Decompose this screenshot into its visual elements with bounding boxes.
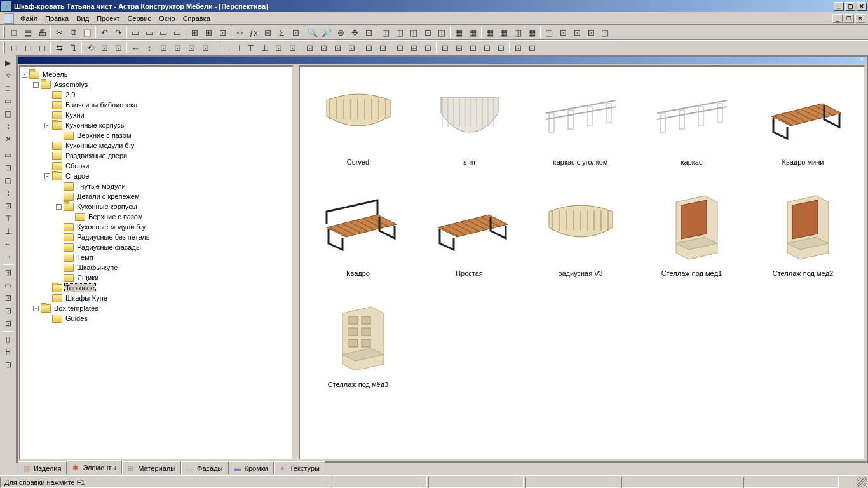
tree-node[interactable]: Сборки <box>22 161 291 171</box>
side-tool-button[interactable]: → <box>1 250 15 263</box>
toolbar-button[interactable]: 🖶 <box>35 25 49 39</box>
side-tool-button[interactable]: ▭ <box>1 149 15 161</box>
toolbar-button[interactable]: ⊡ <box>511 41 525 55</box>
tree-node[interactable]: Балясины библиотека <box>22 100 291 110</box>
toolbar-button[interactable]: ⇆ <box>52 41 66 55</box>
toolbar-button[interactable]: ƒx <box>247 25 261 39</box>
toolbar-button[interactable]: ⊡ <box>156 41 170 55</box>
panel-close-icon[interactable]: × <box>858 57 865 64</box>
toolbar-button[interactable]: ⊡ <box>302 41 316 55</box>
tree-node[interactable]: Кухонные модули б.у <box>22 140 291 151</box>
toolbar-button[interactable]: ⊡ <box>393 41 407 55</box>
tree-label[interactable]: Кухонные модули б.у <box>64 142 135 149</box>
toolbar-button[interactable]: ▤ <box>21 25 35 39</box>
side-tool-button[interactable]: ⌇ <box>1 187 15 200</box>
tree-label[interactable]: Балясины библиотека <box>64 101 139 109</box>
side-tool-button[interactable]: ⊤ <box>1 212 15 225</box>
tree-label[interactable]: Кухни <box>64 111 86 119</box>
toolbar-button[interactable]: ◻ <box>21 41 35 55</box>
tree-label[interactable]: Ящики <box>76 274 100 281</box>
toolbar-button[interactable]: ⊡ <box>111 41 125 55</box>
panel-header[interactable]: × <box>18 57 867 64</box>
toolbar-button[interactable]: ⇅ <box>66 41 80 55</box>
toolbar-button[interactable]: ⊡ <box>362 41 376 55</box>
toolbar-button[interactable]: ⊞ <box>261 25 275 39</box>
toolbar-button[interactable]: ▦ <box>466 25 480 39</box>
toolbar-button[interactable]: ◫ <box>393 25 407 39</box>
side-tool-button[interactable]: ⊥ <box>1 225 15 238</box>
collapse-icon[interactable]: - <box>33 82 39 88</box>
tree-node[interactable]: Кухни <box>22 110 291 120</box>
tree-label[interactable]: Темп <box>76 254 95 261</box>
toolbar-button[interactable]: ⟲ <box>83 41 97 55</box>
toolbar-button[interactable]: ⊡ <box>466 41 480 55</box>
toolbar-button[interactable]: ⊡ <box>556 25 570 39</box>
toolbar-button[interactable]: ◫ <box>407 25 421 39</box>
toolbar-button[interactable]: ⊡ <box>438 41 452 55</box>
toolbar-button[interactable]: ⊡ <box>584 25 598 39</box>
toolbar-button[interactable]: ⊡ <box>97 41 111 55</box>
toolbar-button[interactable]: Σ <box>275 25 288 39</box>
toolbar-button[interactable]: ◫ <box>379 25 393 39</box>
toolbar-button[interactable]: ▦ <box>452 25 466 39</box>
toolbar-button[interactable]: ⊡ <box>271 41 285 55</box>
tree-label[interactable]: Кухонные корпусы <box>64 121 127 129</box>
side-tool-button[interactable]: H <box>1 346 15 358</box>
tree-node[interactable]: -Кухонные корпусы <box>22 120 291 130</box>
toolbar-button[interactable]: ⊣ <box>229 41 243 55</box>
toolbar-button[interactable]: ⊤ <box>243 41 257 55</box>
thumbnail-item[interactable]: радиусная V3 <box>525 184 636 295</box>
thumbnail-item[interactable]: Стеллаж под мёд3 <box>302 295 414 407</box>
toolbar-button[interactable]: ⊡ <box>376 41 390 55</box>
toolbar-button[interactable]: ◫ <box>511 25 525 39</box>
side-tool-button[interactable]: ⊡ <box>1 358 15 371</box>
tree-node[interactable]: Гнутые модули <box>22 181 291 191</box>
toolbar-button[interactable]: ✂ <box>52 25 66 39</box>
tree-node[interactable]: -Assemblys <box>22 79 291 90</box>
menu-справка[interactable]: Справка <box>179 13 214 24</box>
side-tool-button[interactable]: ⊡ <box>1 317 15 330</box>
tree-label[interactable]: Детали с крепежём <box>76 193 140 200</box>
tree-panel[interactable]: -Мебель-Assemblys2.9Балясины библиотекаК… <box>19 65 294 460</box>
toolbar-button[interactable]: ⊡ <box>344 41 358 55</box>
tree-node[interactable]: Раздвижные двери <box>22 151 291 161</box>
toolbar-button[interactable]: ⊡ <box>170 41 184 55</box>
toolbar-button[interactable]: □ <box>7 25 21 39</box>
toolbar-button[interactable]: ⊡ <box>421 25 435 39</box>
tree-node[interactable]: 2.9 <box>22 90 291 100</box>
side-tool-button[interactable]: ⊡ <box>1 304 15 317</box>
toolbar-button[interactable]: ⊡ <box>285 41 299 55</box>
splitter[interactable] <box>295 65 297 460</box>
toolbar-button[interactable]: ⊞ <box>187 25 201 39</box>
toolbar-button[interactable]: ↔ <box>128 41 142 55</box>
toolbar-button[interactable]: ⊹ <box>233 25 247 39</box>
toolbar-button[interactable]: ▭ <box>156 25 170 39</box>
toolbar-button[interactable]: ⊡ <box>525 41 539 55</box>
side-tool-button[interactable]: ⊡ <box>1 200 15 212</box>
menu-вид[interactable]: Вид <box>72 13 93 24</box>
collapse-icon[interactable]: - <box>44 123 50 128</box>
toolbar-button[interactable]: ▢ <box>598 25 612 39</box>
tree-node[interactable]: Кухонные модули б.у <box>22 222 291 232</box>
tree-node[interactable]: Верхние с пазом <box>22 130 291 140</box>
tree-label[interactable]: Верхние с пазом <box>76 132 132 139</box>
mdi-close-button[interactable]: ✕ <box>855 14 865 23</box>
tree-label[interactable]: Шкафы-Купе <box>64 294 109 302</box>
mdi-restore-button[interactable]: ❐ <box>844 14 854 23</box>
mdi-minimize-button[interactable]: _ <box>832 14 843 23</box>
collapse-icon[interactable]: - <box>22 72 27 78</box>
thumbnail-item[interactable]: Квадро <box>302 184 414 295</box>
tree-label[interactable]: Гнутые модули <box>76 182 127 190</box>
toolbar-button[interactable]: ⊡ <box>570 25 584 39</box>
thumbnail-item[interactable]: Стеллаж под мёд1 <box>636 184 747 295</box>
mdi-icon[interactable] <box>4 13 14 24</box>
tree-label[interactable]: Box templates <box>53 304 100 312</box>
toolbar-button[interactable]: ⧉ <box>66 25 80 39</box>
tree-label[interactable]: Мебель <box>41 71 69 78</box>
tree-label[interactable]: Кухонные корпусы <box>76 203 139 210</box>
toolbar-button[interactable]: ✥ <box>348 25 362 39</box>
tree-node[interactable]: Верхние с пазом <box>22 212 291 222</box>
toolbar-button[interactable]: ⊡ <box>421 41 435 55</box>
tab-изделия[interactable]: ▥Изделия <box>18 461 67 474</box>
thumbnail-item[interactable]: каркас <box>636 73 747 184</box>
